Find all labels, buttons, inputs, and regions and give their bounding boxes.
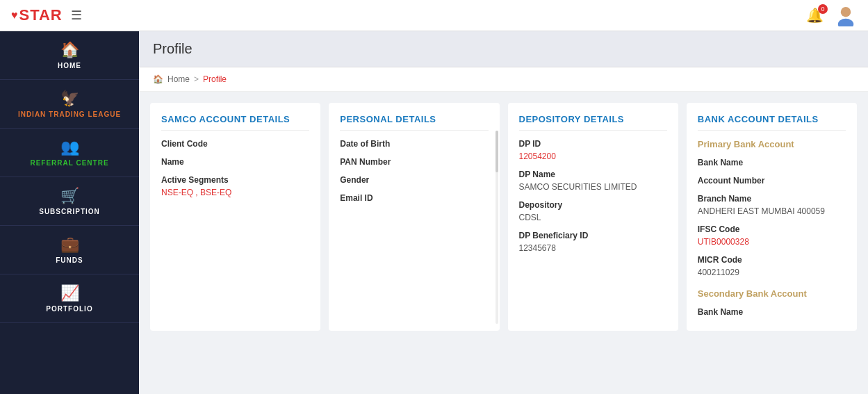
portfolio-icon: 📈 <box>60 284 79 302</box>
sidebar-label-portfolio: PORTFOLIO <box>46 305 92 313</box>
itl-icon: 🦅 <box>60 90 79 108</box>
user-avatar[interactable] <box>835 4 857 26</box>
home-icon: 🏠 <box>60 41 79 59</box>
dp-name-value: SAMCO SECURITIES LIMITED <box>519 182 667 192</box>
logo-area: ♥ STAR ☰ <box>11 6 82 24</box>
svg-point-1 <box>838 19 853 26</box>
bank-card-title: BANK ACCOUNT DETAILS <box>698 114 846 131</box>
ifsc-value: UTIB0000328 <box>698 237 846 247</box>
sidebar-label-itl: INDIAN TRADING LEAGUE <box>18 110 121 118</box>
micr-value: 400211029 <box>698 268 846 277</box>
depository-card-title: DEPOSITORY DETAILS <box>519 114 667 131</box>
sidebar-item-subscription[interactable]: 🛒 SUBSCRIPTION <box>0 177 139 226</box>
breadcrumb-current: Profile <box>203 74 227 84</box>
logo-text: STAR <box>19 6 63 24</box>
dp-id-value: 12054200 <box>519 151 667 161</box>
home-icon-breadcrumb: 🏠 <box>153 74 163 84</box>
sidebar-label-subscription: SUBSCRIPTION <box>39 208 100 215</box>
cards-row: SAMCO ACCOUNT DETAILS Client Code Name A… <box>139 92 868 342</box>
sidebar-item-home[interactable]: 🏠 HOME <box>0 31 139 80</box>
sidebar-item-referral[interactable]: 👥 REFERRAL CENTRE <box>0 129 139 177</box>
dp-id-label: DP ID <box>519 139 667 149</box>
dp-name-label: DP Name <box>519 170 667 179</box>
header-right: 🔔 0 <box>806 4 857 26</box>
primary-bank-title: Primary Bank Account <box>698 139 846 149</box>
star-icon: ♥ <box>11 9 18 22</box>
email-label: Email ID <box>340 193 488 203</box>
sidebar-item-portfolio[interactable]: 📈 PORTFOLIO <box>0 274 139 323</box>
notification-bell[interactable]: 🔔 0 <box>806 7 824 24</box>
sidebar: 🏠 HOME 🦅 INDIAN TRADING LEAGUE 👥 REFERRA… <box>0 31 139 394</box>
hamburger-menu[interactable]: ☰ <box>71 8 82 23</box>
sidebar-label-home: HOME <box>58 62 81 69</box>
depository-details-card: DEPOSITORY DETAILS DP ID 12054200 DP Nam… <box>508 103 678 331</box>
branch-name-label: Branch Name <box>698 194 846 204</box>
scrollbar <box>496 131 498 324</box>
depository-label: Depository <box>519 200 667 210</box>
top-header: ♥ STAR ☰ 🔔 0 <box>0 0 868 31</box>
active-segments-value: NSE-EQ , BSE-EQ <box>161 188 309 197</box>
main-layout: 🏠 HOME 🦅 INDIAN TRADING LEAGUE 👥 REFERRA… <box>0 31 868 394</box>
notification-badge: 0 <box>818 4 828 14</box>
depository-value: CDSL <box>519 213 667 222</box>
micr-label: MICR Code <box>698 255 846 265</box>
dp-beneficiary-value: 12345678 <box>519 243 667 253</box>
samco-account-card: SAMCO ACCOUNT DETAILS Client Code Name A… <box>150 103 320 331</box>
scrollbar-thumb <box>496 131 498 172</box>
gender-label: Gender <box>340 175 488 185</box>
sidebar-label-referral: REFERRAL CENTRE <box>30 159 108 167</box>
sidebar-label-funds: FUNDS <box>56 256 83 264</box>
page-title: Profile <box>139 31 868 67</box>
bank-account-card: BANK ACCOUNT DETAILS Primary Bank Accoun… <box>687 103 857 331</box>
secondary-bank-name-label: Bank Name <box>698 307 846 317</box>
breadcrumb: 🏠 Home > Profile <box>139 67 868 92</box>
bank-name-label: Bank Name <box>698 158 846 167</box>
sidebar-item-funds[interactable]: 💼 FUNDS <box>0 226 139 274</box>
logo: ♥ STAR <box>11 6 63 24</box>
secondary-bank-title: Secondary Bank Account <box>698 288 846 299</box>
funds-icon: 💼 <box>60 236 79 254</box>
content-area: Profile 🏠 Home > Profile SAMCO ACCOUNT D… <box>139 31 868 394</box>
referral-icon: 👥 <box>60 138 79 156</box>
samco-card-title: SAMCO ACCOUNT DETAILS <box>161 114 309 131</box>
branch-name-value: ANDHERI EAST MUMBAI 400059 <box>698 206 846 216</box>
subscription-icon: 🛒 <box>60 187 79 205</box>
personal-card-title: PERSONAL DETAILS <box>340 114 488 131</box>
client-code-label: Client Code <box>161 139 309 149</box>
name-label: Name <box>161 157 309 167</box>
svg-point-0 <box>841 7 851 17</box>
breadcrumb-separator: > <box>194 74 199 84</box>
personal-details-card: PERSONAL DETAILS Date of Birth PAN Numbe… <box>329 103 499 331</box>
sidebar-item-itl[interactable]: 🦅 INDIAN TRADING LEAGUE <box>0 80 139 129</box>
account-number-label: Account Number <box>698 176 846 186</box>
dob-label: Date of Birth <box>340 139 488 149</box>
active-segments-label: Active Segments <box>161 175 309 185</box>
pan-label: PAN Number <box>340 157 488 167</box>
ifsc-label: IFSC Code <box>698 224 846 234</box>
dp-beneficiary-label: DP Beneficiary ID <box>519 231 667 240</box>
breadcrumb-home[interactable]: Home <box>167 74 190 84</box>
